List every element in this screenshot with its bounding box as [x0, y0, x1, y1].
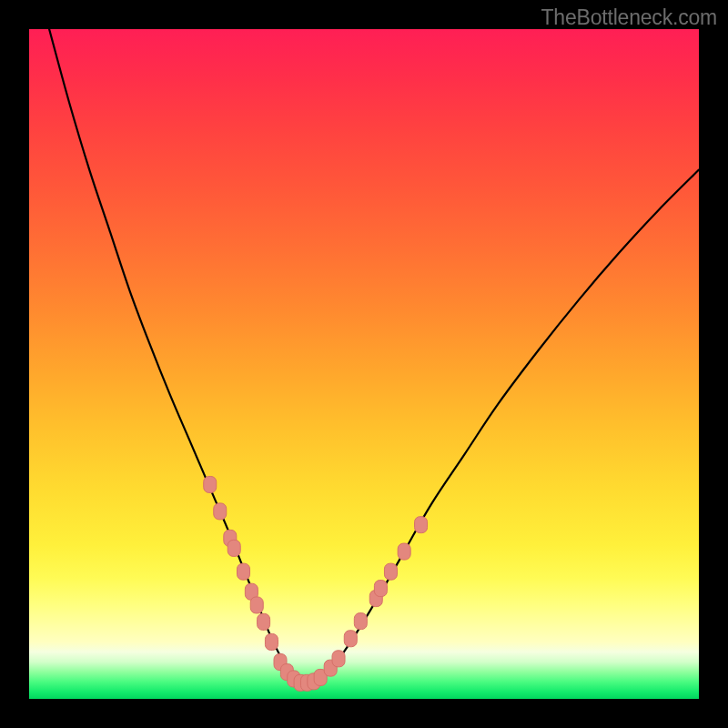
marker-point: [258, 613, 270, 630]
marker-point: [204, 476, 217, 492]
marker-point: [415, 517, 428, 533]
plot-frame: [29, 29, 699, 699]
highlight-markers: [204, 476, 428, 691]
marker-point: [354, 613, 367, 630]
marker-point: [214, 503, 227, 520]
marker-point: [265, 633, 278, 650]
marker-point: [250, 597, 263, 613]
marker-point: [374, 581, 387, 597]
marker-point: [228, 540, 240, 556]
marker-point: [344, 631, 357, 647]
marker-point: [238, 563, 250, 580]
attribution-watermark: TheBottleneck.com: [541, 5, 717, 30]
root-canvas: TheBottleneck.com: [0, 0, 728, 728]
plot-svg: [29, 29, 699, 699]
marker-point: [398, 543, 410, 560]
marker-point: [332, 651, 345, 667]
marker-point: [384, 563, 397, 580]
